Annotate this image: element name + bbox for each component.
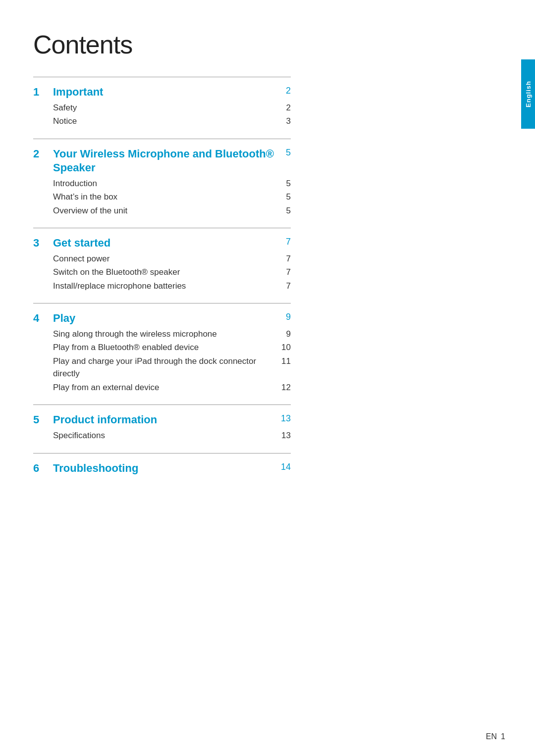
subsection-page: 13 [276,429,291,442]
subsection-page: 7 [276,280,291,293]
subsection-page: 9 [276,328,291,341]
footer-page-number: 1 [501,732,505,741]
section-number: 1 [33,85,48,100]
subsection-row: Switch on the Bluetooth® speaker7 [53,266,291,279]
subsection-page: 12 [276,381,291,394]
subsection-title: Play and charge your iPad through the do… [53,355,276,380]
section-title: Your Wireless Microphone and Bluetooth® … [53,147,276,175]
subsection-row: Specifications13 [53,429,291,442]
toc-container: 1Important2Safety2Notice32Your Wireless … [33,77,291,487]
subsection-page: 5 [276,204,291,217]
subsection-row: Play from a Bluetooth® enabled device10 [53,341,291,354]
subsection-title: Introduction [53,177,276,190]
subsection-page: 2 [276,101,291,114]
subsection-page: 3 [276,115,291,128]
section-header-row: 3Get started7 [33,236,291,251]
toc-section-3: 3Get started7Connect power7Switch on the… [33,228,291,303]
section-header-row: 4Play9 [33,311,291,326]
subsection-title: Play from a Bluetooth® enabled device [53,341,276,354]
subsection-row: Play and charge your iPad through the do… [53,355,291,380]
subsection-row: Play from an external device12 [53,381,291,394]
subsection-container: Specifications13 [33,429,291,442]
footer-lang: EN [486,732,497,741]
subsection-title: Switch on the Bluetooth® speaker [53,266,276,279]
subsection-title: Install/replace microphone batteries [53,280,276,293]
subsection-page: 7 [276,266,291,279]
subsection-row: Introduction5 [53,177,291,190]
subsection-row: Notice3 [53,115,291,128]
subsection-container: Introduction5What’s in the box5Overview … [33,177,291,217]
subsection-container: Connect power7Switch on the Bluetooth® s… [33,252,291,293]
section-header-row: 2Your Wireless Microphone and Bluetooth®… [33,147,291,175]
section-number: 2 [33,147,48,161]
section-title: Play [53,311,276,326]
subsection-page: 11 [276,355,291,368]
section-number: 5 [33,413,48,427]
subsection-row: Connect power7 [53,252,291,265]
subsection-page: 5 [276,177,291,190]
section-header-row: 5Product information13 [33,413,291,427]
toc-section-1: 1Important2Safety2Notice3 [33,77,291,139]
subsection-page: 7 [276,252,291,265]
section-page: 13 [276,413,291,424]
section-page: 2 [276,85,291,97]
subsection-title: Safety [53,101,276,114]
toc-section-2: 2Your Wireless Microphone and Bluetooth®… [33,139,291,228]
toc-section-4: 4Play9Sing along through the wireless mi… [33,303,291,404]
section-page: 9 [276,311,291,323]
subsection-page: 10 [276,341,291,354]
section-page: 7 [276,236,291,248]
section-page: 14 [276,461,291,473]
section-title: Product information [53,413,276,427]
main-content: Contents 1Important2Safety2Notice32Your … [33,30,291,487]
subsection-title: What’s in the box [53,191,276,203]
subsection-row: Install/replace microphone batteries7 [53,280,291,293]
section-header-row: 6Troubleshooting14 [33,461,291,476]
subsection-row: What’s in the box5 [53,191,291,203]
section-page: 5 [276,147,291,158]
language-label: English [525,81,532,107]
subsection-container: Safety2Notice3 [33,101,291,128]
subsection-row: Overview of the unit5 [53,204,291,217]
subsection-title: Overview of the unit [53,204,276,217]
subsection-page: 5 [276,191,291,203]
subsection-title: Connect power [53,252,276,265]
subsection-row: Safety2 [53,101,291,114]
subsection-container: Sing along through the wireless micropho… [33,328,291,394]
language-tab: English [521,59,535,129]
page-title: Contents [33,30,291,59]
section-title: Get started [53,236,276,251]
section-number: 6 [33,461,48,476]
section-title: Troubleshooting [53,461,276,476]
page-container: English Contents 1Important2Safety2Notic… [0,0,535,756]
toc-section-6: 6Troubleshooting14 [33,453,291,487]
subsection-row: Sing along through the wireless micropho… [53,328,291,341]
subsection-title: Play from an external device [53,381,276,394]
page-footer: EN 1 [486,732,505,741]
section-header-row: 1Important2 [33,85,291,100]
subsection-title: Specifications [53,429,276,442]
section-number: 4 [33,311,48,326]
section-number: 3 [33,236,48,251]
subsection-title: Sing along through the wireless micropho… [53,328,276,341]
toc-section-5: 5Product information13Specifications13 [33,404,291,453]
section-title: Important [53,85,276,100]
subsection-title: Notice [53,115,276,128]
